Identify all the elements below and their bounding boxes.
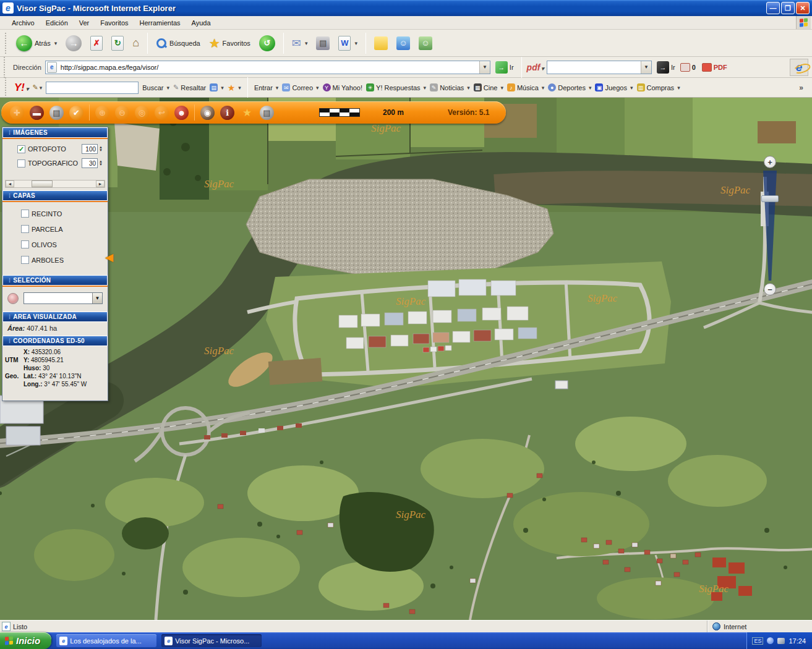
- scroll-left-icon[interactable]: ◄: [6, 180, 14, 187]
- toolbar-grip[interactable]: [4, 57, 6, 78]
- back-button[interactable]: ← Atrás: [13, 34, 60, 53]
- zoom-slider-handle[interactable]: [761, 195, 779, 202]
- zoom-slider-track[interactable]: [763, 171, 777, 281]
- address-combobox[interactable]: e http://sigpac.mapa.es/fega/visor/ ▼: [45, 61, 490, 74]
- olivos-checkbox[interactable]: [21, 240, 29, 248]
- search-button[interactable]: Búsqueda: [153, 36, 203, 50]
- print-tool-icon[interactable]: ▤: [260, 106, 274, 120]
- go-button[interactable]: → Ir: [495, 61, 514, 74]
- parcela-checkbox[interactable]: [21, 225, 29, 233]
- ortofoto-checkbox[interactable]: ✓: [17, 145, 25, 153]
- toolbar-overflow-chevron[interactable]: »: [799, 83, 803, 92]
- menu-herramientas[interactable]: Herramientas: [134, 17, 186, 28]
- zoom-in-tool-icon[interactable]: ⊕: [95, 106, 109, 120]
- toolbar-grip[interactable]: [5, 33, 7, 54]
- ortofoto-spinner[interactable]: ▲▼: [99, 146, 103, 152]
- language-indicator[interactable]: ES: [752, 637, 763, 645]
- info-tool-icon[interactable]: ℹ: [220, 106, 234, 120]
- scroll-right-icon[interactable]: ►: [96, 180, 105, 187]
- tray-volume-icon[interactable]: [777, 638, 785, 644]
- scrollbar-thumb[interactable]: [32, 180, 53, 187]
- messenger-button[interactable]: ☺: [393, 35, 413, 51]
- minimize-button[interactable]: —: [766, 2, 780, 14]
- selection-stamp-icon[interactable]: [7, 293, 19, 304]
- zoom-extent-tool-icon[interactable]: ◎: [135, 106, 149, 120]
- map-viewport[interactable]: SigPac SigPac SigPac SigPac SigPac SigPa…: [0, 98, 812, 620]
- discuss-button[interactable]: [371, 35, 391, 51]
- pdf-counter-button[interactable]: 0: [680, 63, 696, 72]
- seleccion-combobox[interactable]: ▼: [24, 292, 103, 304]
- edit-button[interactable]: W: [335, 35, 361, 52]
- pdf-convert-button[interactable]: PDF: [702, 63, 727, 72]
- panel-collapse-arrow[interactable]: ◀: [105, 251, 113, 264]
- yahoo-resaltar-button[interactable]: ✎ Resaltar: [173, 83, 206, 91]
- maximize-button[interactable]: ❐: [781, 2, 795, 14]
- zoom-out-tool-icon[interactable]: ⊖: [115, 106, 129, 120]
- toolbar-grip[interactable]: [5, 77, 7, 98]
- favorites-button[interactable]: ★ Favoritos: [206, 35, 254, 52]
- print-button[interactable]: ▤: [313, 35, 333, 51]
- seleccion-header[interactable]: SELECCIÓN: [2, 275, 108, 286]
- yahoo-bookmarks-button[interactable]: ▤: [210, 83, 224, 91]
- menu-ver[interactable]: Ver: [74, 17, 95, 28]
- zoom-out-button[interactable]: −: [764, 283, 776, 295]
- menu-archivo[interactable]: Archivo: [6, 17, 40, 28]
- erase-tool-icon[interactable]: ▤: [49, 106, 64, 120]
- arboles-checkbox[interactable]: [21, 256, 29, 264]
- pan-tool-icon[interactable]: ✚: [10, 106, 24, 120]
- previous-view-tool-icon[interactable]: ↩: [155, 106, 169, 120]
- home-button[interactable]: ⌂: [129, 35, 142, 51]
- yahoo-compras-button[interactable]: ▥ Compras: [637, 83, 680, 91]
- mail-button[interactable]: ✉: [289, 35, 311, 51]
- yahoo-entrar-button[interactable]: Entrar: [254, 84, 279, 91]
- tray-network-icon[interactable]: [767, 637, 774, 644]
- close-button[interactable]: ✕: [796, 2, 810, 14]
- yahoo-noticias-button[interactable]: ✎ Noticias: [430, 83, 470, 91]
- yahoo-musica-button[interactable]: ♪ Música: [507, 83, 544, 91]
- stop-button[interactable]: ✗: [87, 35, 106, 52]
- star-tool-icon[interactable]: ★: [240, 106, 254, 120]
- yahoo-correo-button[interactable]: ✉ Correo: [282, 83, 318, 91]
- menu-favoritos[interactable]: Favoritos: [95, 17, 134, 28]
- ortofoto-opacity-value[interactable]: 100: [82, 144, 98, 154]
- seleccion-combo-value[interactable]: [24, 293, 92, 303]
- yahoo-star-button[interactable]: ★: [228, 83, 241, 93]
- yahoo-juegos-button[interactable]: ▣ Juegos: [595, 83, 633, 91]
- search-tool-icon[interactable]: ◉: [200, 106, 215, 120]
- address-dropdown-button[interactable]: ▼: [479, 61, 490, 74]
- yahoo-cine-button[interactable]: ▦ Cine: [474, 83, 503, 91]
- yahoo-pencil-button[interactable]: ✎: [33, 83, 43, 91]
- pdf-go-button[interactable]: → Ir: [657, 61, 675, 74]
- imagenes-header[interactable]: IMÁGENES: [2, 127, 108, 138]
- zoom-in-button[interactable]: +: [764, 156, 776, 168]
- address-url[interactable]: http://sigpac.mapa.es/fega/visor/: [58, 64, 479, 71]
- recinto-checkbox[interactable]: [21, 210, 29, 218]
- imagenes-scrollbar[interactable]: ◄ ►: [5, 180, 105, 188]
- pdf-combobox[interactable]: ▼: [547, 61, 652, 74]
- yahoo-miyahoo-button[interactable]: Y Mi Yahoo!: [323, 83, 363, 91]
- topografico-opacity-value[interactable]: 30: [82, 158, 98, 168]
- yahoo-respuestas-button[interactable]: ✳ Y! Respuestas: [366, 83, 426, 91]
- confirm-tool-icon[interactable]: ✔: [69, 106, 83, 120]
- forward-button[interactable]: →: [62, 34, 85, 53]
- user-tool-icon[interactable]: ☻: [174, 106, 189, 120]
- topografico-checkbox[interactable]: [17, 159, 25, 168]
- refresh-button[interactable]: ↻: [108, 35, 127, 52]
- history-button[interactable]: ↺: [256, 34, 278, 53]
- yahoo-search-input[interactable]: [46, 82, 139, 94]
- yahoo-buscar-button[interactable]: Buscar: [142, 84, 169, 91]
- capas-header[interactable]: CAPAS: [2, 190, 108, 201]
- taskbar-task-2[interactable]: e Visor SigPac - Microso...: [161, 634, 262, 647]
- start-button[interactable]: Inicio: [0, 632, 51, 649]
- taskbar-task-1[interactable]: e Los desalojados de la...: [56, 634, 156, 647]
- yahoo-deportes-button[interactable]: ● Deportes: [548, 83, 591, 91]
- topografico-spinner[interactable]: ▲▼: [99, 160, 103, 166]
- messenger2-button[interactable]: ☺: [416, 35, 435, 51]
- pdf-menu-button[interactable]: pdf: [527, 62, 544, 72]
- measure-tool-icon[interactable]: ▬: [30, 106, 44, 120]
- seleccion-dropdown-icon[interactable]: ▼: [92, 293, 102, 303]
- yahoo-logo-button[interactable]: Y!: [14, 82, 29, 94]
- menu-edicion[interactable]: Edición: [40, 17, 74, 28]
- pdf-dropdown-button[interactable]: ▼: [641, 61, 651, 74]
- menu-ayuda[interactable]: Ayuda: [186, 17, 216, 28]
